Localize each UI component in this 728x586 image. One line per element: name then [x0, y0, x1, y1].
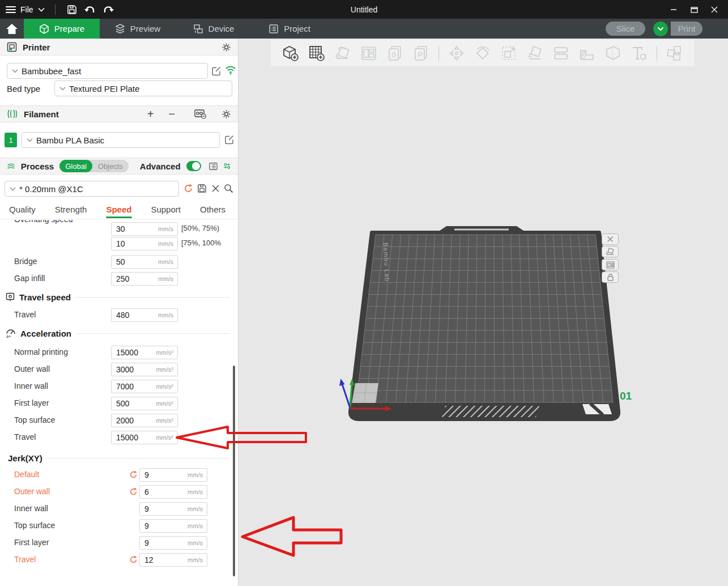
jerk-top-surface-row: Top surface 9mm/s	[0, 519, 238, 533]
lock-plate-button[interactable]	[602, 271, 619, 283]
prepare-cube-icon	[39, 24, 49, 34]
accel-top-surface-input[interactable]: 2000mm/s²	[111, 414, 178, 427]
chevron-down-icon	[12, 69, 18, 73]
accel-normal-input[interactable]: 15000mm/s²	[111, 346, 178, 359]
printer-section-title: Printer	[23, 43, 50, 52]
settings-scroll-area[interactable]: Overhang speed 30mm/s [50%, 75%) 10mm/s …	[0, 220, 238, 586]
jerk-first-layer-row: First layer 9mm/s	[0, 536, 238, 550]
scope-global[interactable]: Global	[59, 160, 92, 172]
add-filament-button[interactable]: +	[147, 108, 154, 121]
filament-slot-number[interactable]: 1	[5, 133, 17, 147]
home-button[interactable]	[0, 19, 24, 39]
travel-speed-input[interactable]: 480mm/s	[111, 308, 178, 322]
reset-value-icon[interactable]	[129, 487, 138, 496]
chevron-down-icon	[38, 7, 45, 12]
close-button[interactable]	[704, 0, 725, 19]
tab-strength[interactable]: Strength	[55, 205, 87, 218]
tab-preview[interactable]: Preview	[100, 19, 176, 39]
undo-icon[interactable]	[84, 3, 96, 16]
arrange-plate-button[interactable]	[602, 259, 619, 270]
reset-value-icon[interactable]	[129, 555, 138, 564]
save-preset-icon[interactable]	[197, 184, 207, 193]
accel-outer-wall-input[interactable]: 3000mm/s²	[111, 363, 178, 376]
printer-settings-gear-icon[interactable]	[222, 43, 231, 52]
print-dropdown-button[interactable]	[653, 22, 668, 36]
tab-project[interactable]: Project	[252, 19, 327, 39]
device-icon	[193, 24, 203, 34]
edit-filament-icon[interactable]	[224, 134, 235, 145]
tab-speed[interactable]: Speed	[106, 205, 131, 218]
accel-first-layer-input[interactable]: 500mm/s²	[111, 397, 178, 410]
print-button[interactable]: Print	[671, 22, 703, 36]
reset-value-icon[interactable]	[129, 470, 138, 479]
minimize-button[interactable]	[663, 0, 684, 19]
jerk-top-surface-input[interactable]: 9mm/s	[139, 519, 207, 533]
accel-normal-row: Normal printing 15000mm/s²	[0, 346, 238, 359]
tab-support[interactable]: Support	[151, 205, 181, 218]
acceleration-section-header: a+ Acceleration	[0, 328, 238, 339]
filament-preset-value: Bambu PLA Basic	[36, 135, 104, 145]
delete-plate-button[interactable]	[602, 233, 619, 245]
advanced-label: Advanced	[140, 162, 181, 171]
main-nav-bar: Prepare Preview Device Project Slice Pri…	[0, 19, 728, 39]
gap-infill-row: Gap infill 250mm/s	[0, 272, 238, 286]
filament-preset-select[interactable]: Bambu PLA Basic	[22, 132, 220, 148]
delete-preset-icon[interactable]	[211, 184, 220, 193]
overhang-speed-input-1[interactable]: 30mm/s	[111, 222, 178, 236]
travel-speed-icon	[6, 292, 15, 302]
svg-text:a+: a+	[6, 334, 11, 338]
printer-preset-select[interactable]: Bambubee_fast	[7, 63, 208, 79]
tab-project-label: Project	[284, 24, 310, 33]
jerk-inner-wall-row: Inner wall 9mm/s	[0, 502, 238, 516]
reset-preset-icon[interactable]	[184, 184, 193, 193]
jerk-travel-row: Travel 12mm/s	[0, 553, 238, 567]
jerk-default-input[interactable]: 9mm/s	[139, 468, 207, 482]
process-preset-select[interactable]: * 0.20mm @X1C	[5, 181, 179, 197]
edit-printer-icon[interactable]	[211, 66, 222, 76]
gap-infill-input[interactable]: 250mm/s	[111, 272, 178, 286]
orient-plate-button[interactable]	[602, 246, 619, 257]
tab-prepare[interactable]: Prepare	[24, 19, 100, 39]
process-scope-switch[interactable]: Global Objects	[59, 160, 129, 172]
accel-travel-input[interactable]: 15000mm/s²	[111, 431, 178, 444]
jerk-travel-input[interactable]: 12mm/s	[139, 553, 207, 567]
jerk-first-layer-input[interactable]: 9mm/s	[139, 536, 207, 550]
compare-params-icon[interactable]	[223, 162, 231, 171]
advanced-toggle[interactable]	[186, 161, 202, 171]
redo-icon[interactable]	[102, 3, 114, 16]
plate-hatch-strip	[442, 406, 539, 417]
filament-settings-gear-icon[interactable]	[222, 109, 231, 119]
panel-scrollbar[interactable]	[233, 366, 235, 576]
slice-button[interactable]: Slice	[606, 22, 645, 36]
build-plate-scene: Bambu Lab	[239, 39, 728, 586]
wifi-icon	[225, 65, 236, 75]
travel-speed-section-header: Travel speed	[0, 291, 238, 303]
settings-list-icon[interactable]	[209, 162, 218, 171]
title-bar: File Untitled	[0, 0, 728, 19]
viewport-3d[interactable]: AUTO 0 P	[239, 39, 728, 586]
file-menu[interactable]: File	[6, 5, 45, 15]
accel-inner-wall-input[interactable]: 7000mm/s²	[111, 380, 178, 393]
printer-icon	[7, 42, 17, 52]
scope-objects[interactable]: Objects	[92, 160, 129, 172]
bridge-input[interactable]: 50mm/s	[111, 255, 178, 269]
accel-outer-wall-row: Outer wall 3000mm/s²	[0, 363, 238, 376]
bridge-row: Bridge 50mm/s	[0, 255, 238, 269]
maximize-button[interactable]	[684, 0, 704, 19]
tab-others[interactable]: Others	[200, 205, 225, 218]
jerk-inner-wall-input[interactable]: 9mm/s	[139, 502, 207, 516]
accel-top-surface-row: Top surface 2000mm/s²	[0, 414, 238, 427]
plate-brand-text: Bambu Lab	[382, 243, 390, 282]
bed-type-select[interactable]: Textured PEI Plate	[54, 80, 232, 96]
overhang-speed-input-2[interactable]: 10mm/s	[111, 237, 178, 250]
remove-filament-button[interactable]: −	[168, 108, 175, 121]
tab-device[interactable]: Device	[176, 19, 252, 39]
search-params-icon[interactable]	[224, 184, 233, 193]
save-icon[interactable]	[66, 3, 78, 16]
jerk-section-header: Jerk(XY)	[0, 452, 238, 464]
jerk-outer-wall-input[interactable]: 6mm/s	[139, 485, 207, 499]
tab-quality[interactable]: Quality	[9, 205, 36, 218]
home-icon	[6, 23, 18, 35]
filament-section-header: Filament + −	[0, 105, 238, 122]
ams-sync-icon[interactable]	[194, 109, 207, 119]
